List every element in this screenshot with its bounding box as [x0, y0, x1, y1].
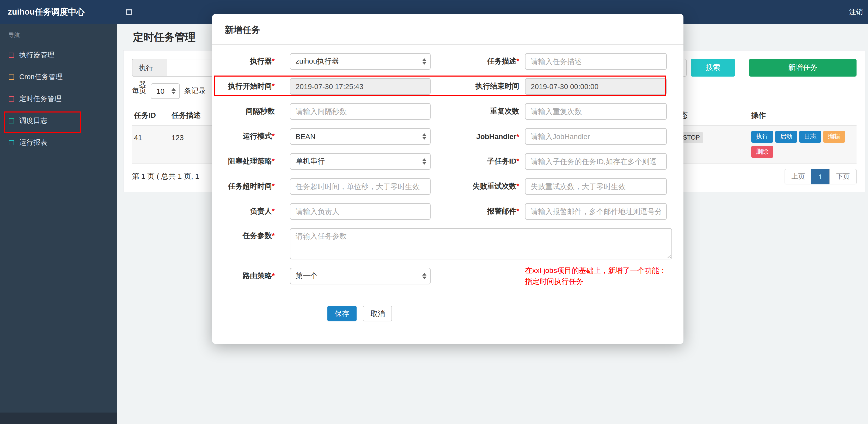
sidebar-item-timed-task[interactable]: 定时任务管理	[0, 88, 117, 110]
caret-up-icon	[422, 133, 427, 136]
required-asterisk: *	[272, 182, 275, 190]
timeout-input[interactable]	[290, 178, 431, 195]
label-text: 重复次数	[490, 107, 519, 115]
label-task-params: 任务参数*	[221, 228, 275, 241]
label-executor: 执行器*	[221, 57, 275, 66]
required-asterisk: *	[516, 132, 519, 141]
label-block-strategy: 阻塞处理策略*	[221, 157, 275, 166]
pagination-group: 上页 1 下页	[785, 169, 857, 185]
log-button[interactable]: 日志	[799, 131, 821, 143]
interval-seconds-input[interactable]	[290, 103, 431, 120]
required-asterisk: *	[272, 157, 275, 165]
per-page-prefix: 每页	[132, 87, 147, 96]
required-asterisk: *	[272, 57, 275, 65]
label-end-time: 执行结束时间	[431, 82, 525, 91]
required-asterisk: *	[272, 132, 275, 140]
sidebar-item-executor-manage[interactable]: 执行器管理	[0, 44, 117, 66]
executor-select-value: zuihou执行器	[296, 57, 339, 66]
search-button[interactable]: 搜索	[691, 59, 735, 76]
executor-select[interactable]: zuihou执行器	[290, 53, 431, 70]
task-params-textarea[interactable]	[290, 228, 672, 259]
caret-up-icon	[172, 88, 176, 91]
label-jobhandler: JobHandler*	[431, 132, 525, 141]
per-page-select[interactable]: 10	[151, 83, 180, 99]
label-text: 子任务ID	[487, 157, 516, 165]
task-desc-input[interactable]	[525, 53, 667, 70]
label-text: 运行模式	[243, 132, 272, 140]
sidebar-item-cron-task[interactable]: Cron任务管理	[0, 66, 117, 88]
child-task-id-input[interactable]	[525, 153, 667, 170]
sidebar-nav-label: 导航	[0, 24, 117, 44]
form-row: 路由策略* 第一个 在xxl-jobs项目的基础上，新增了一个功能： 指定时间执…	[221, 268, 672, 284]
end-time-input[interactable]	[525, 78, 667, 95]
retry-count-input[interactable]	[525, 178, 667, 195]
status-badge-text: STOP	[683, 134, 700, 141]
repeat-count-input[interactable]	[525, 103, 667, 120]
executor-filter-label: 执行器	[132, 59, 167, 76]
logout-link[interactable]: 注销	[849, 7, 863, 17]
jobhandler-input[interactable]	[525, 128, 667, 145]
delete-button[interactable]: 删除	[751, 146, 773, 158]
start-time-input[interactable]	[290, 78, 431, 95]
sidebar: 导航 执行器管理 Cron任务管理 定时任务管理 调度日志 运行报表	[0, 24, 117, 424]
route-strategy-select[interactable]: 第一个	[290, 268, 431, 284]
header-task-id: 任务ID	[132, 111, 172, 120]
label-route-strategy: 路由策略*	[221, 271, 275, 281]
form-row: 任务参数*	[221, 228, 672, 259]
caret-down-icon	[422, 276, 427, 279]
label-run-mode: 运行模式*	[221, 132, 275, 141]
label-text: 负责人	[250, 207, 272, 215]
edit-button[interactable]: 编辑	[823, 131, 845, 143]
cancel-button[interactable]: 取消	[363, 306, 392, 321]
label-text: 任务超时时间	[228, 182, 272, 190]
add-task-button[interactable]: 新增任务	[749, 59, 857, 76]
square-red-icon	[9, 53, 14, 58]
save-button[interactable]: 保存	[328, 306, 356, 321]
owner-input[interactable]	[290, 203, 431, 220]
next-page-button[interactable]: 下页	[830, 169, 857, 185]
add-task-modal: 新增任务 执行器* zuihou执行器 任务描述* 执行开始时间* 执行结束时间	[212, 14, 683, 344]
cell-operations: 执行启动日志编辑删除	[751, 131, 857, 161]
sidebar-item-label: 运行报表	[19, 138, 48, 148]
prev-page-button[interactable]: 上页	[784, 169, 812, 185]
sidebar-item-label: 定时任务管理	[19, 94, 62, 104]
app-viewport: zuihou任务调度中心 注销 导航 执行器管理 Cron任务管理 定时任务管理…	[0, 0, 868, 424]
pagination-info: 第 1 页 ( 总共 1 页, 1	[132, 172, 199, 181]
caret-down-icon	[422, 62, 427, 65]
sidebar-item-schedule-log[interactable]: 调度日志	[0, 110, 117, 132]
caret-down-icon	[172, 92, 176, 94]
square-teal-icon	[9, 140, 14, 145]
sidebar-item-run-report[interactable]: 运行报表	[0, 132, 117, 154]
label-text: 路由策略	[243, 271, 272, 280]
sidebar-item-label: 执行器管理	[19, 51, 55, 60]
label-text: 间隔秒数	[246, 107, 275, 115]
label-text: 失败重试次数	[472, 182, 516, 190]
square-green-icon	[9, 118, 14, 124]
required-asterisk: *	[516, 182, 519, 190]
execute-button[interactable]: 执行	[751, 131, 773, 143]
header-operations: 操作	[751, 111, 857, 120]
start-button[interactable]: 启动	[775, 131, 797, 143]
chevron-updown-icon	[422, 133, 427, 140]
route-strategy-select-value: 第一个	[296, 271, 317, 281]
run-mode-select[interactable]: BEAN	[290, 128, 431, 145]
form-row: 执行开始时间* 执行结束时间	[221, 78, 672, 95]
app-brand: zuihou任务调度中心	[0, 6, 117, 18]
sidebar-footer-strip	[0, 413, 117, 424]
header-status: 状态	[673, 111, 751, 120]
label-owner: 负责人*	[221, 207, 275, 216]
form-row: 执行器* zuihou执行器 任务描述*	[221, 53, 672, 70]
page-1-button[interactable]: 1	[811, 169, 830, 185]
sidebar-item-label: 调度日志	[19, 116, 48, 126]
caret-down-icon	[422, 137, 427, 140]
sidebar-collapse-icon[interactable]	[126, 9, 132, 15]
block-strategy-select[interactable]: 单机串行	[290, 153, 431, 170]
label-task-desc: 任务描述*	[431, 57, 525, 66]
feature-note: 在xxl-jobs项目的基础上，新增了一个功能： 指定时间执行任务	[525, 265, 681, 287]
required-asterisk: *	[516, 57, 519, 65]
label-text: 任务参数	[243, 231, 272, 239]
label-text: 执行器	[250, 57, 272, 65]
alarm-email-input[interactable]	[525, 203, 667, 220]
label-text: 任务描述	[487, 57, 516, 65]
per-page-suffix: 条记录	[184, 87, 206, 96]
